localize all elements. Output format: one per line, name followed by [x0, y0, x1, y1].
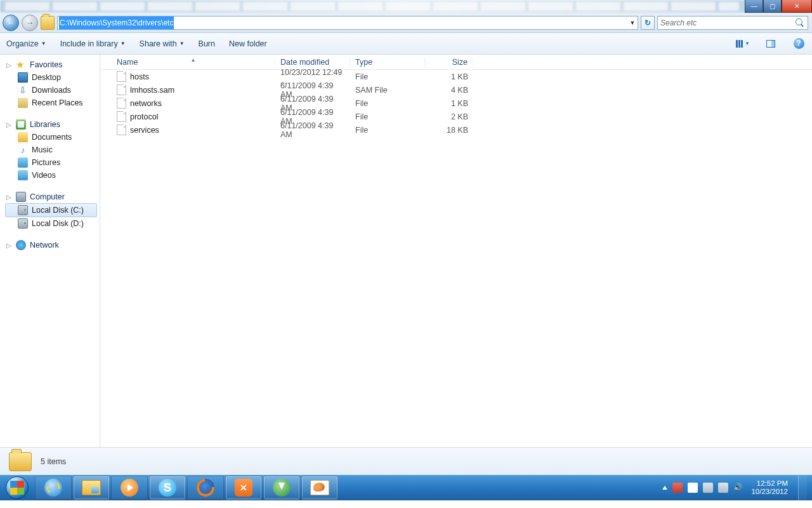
taskbar-app-paint[interactable] — [301, 476, 338, 500]
system-tray: 🔊 12:52 PM 10/23/2012 — [656, 475, 812, 500]
organize-menu[interactable]: Organize▼ — [6, 39, 46, 48]
start-button[interactable] — [0, 475, 34, 500]
window-minimize-button[interactable]: — — [745, 0, 763, 13]
file-icon — [117, 111, 126, 122]
file-name: services — [130, 126, 159, 135]
search-input[interactable]: Search etc — [657, 16, 808, 30]
tray-date: 10/23/2012 — [751, 488, 788, 496]
taskbar-app-ie[interactable] — [35, 476, 72, 500]
show-desktop-button[interactable] — [798, 476, 807, 500]
sidebar-item-pictures[interactable]: Pictures — [5, 156, 100, 169]
ie-icon — [44, 479, 62, 497]
search-icon[interactable] — [795, 18, 805, 28]
burn-button[interactable]: Burn — [199, 39, 215, 48]
search-placeholder: Search etc — [660, 18, 697, 27]
file-date: 6/11/2009 4:39 AM — [275, 121, 350, 139]
column-header-name[interactable]: Name▲ — [112, 58, 275, 67]
file-list-pane: Name▲ Date modified Type Size hosts10/23… — [100, 55, 812, 447]
share-with-menu[interactable]: Share with▼ — [140, 39, 185, 48]
column-header-size[interactable]: Size — [425, 58, 473, 67]
file-type: SAM File — [350, 86, 425, 95]
sidebar-item-recent-places[interactable]: Recent Places — [5, 97, 100, 109]
help-button[interactable]: ? — [792, 37, 806, 50]
sidebar-item-documents[interactable]: Documents — [5, 131, 100, 144]
include-in-library-menu[interactable]: Include in library▼ — [60, 39, 126, 48]
tray-power-icon[interactable] — [703, 483, 713, 493]
nav-forward-button[interactable]: → — [22, 15, 38, 31]
command-toolbar: Organize▼ Include in library▼ Share with… — [0, 33, 812, 55]
taskbar-app-idm[interactable] — [263, 476, 300, 500]
tray-volume-icon[interactable]: 🔊 — [733, 483, 743, 493]
file-name: protocol — [130, 112, 158, 121]
file-row[interactable]: hosts10/23/2012 12:49 ...File1 KB — [100, 70, 812, 83]
xampp-icon: ✕ — [235, 479, 252, 497]
sidebar-network-header[interactable]: ▷Network — [5, 239, 100, 251]
file-type: File — [350, 112, 425, 121]
skype-icon: S — [159, 479, 176, 497]
tray-network-icon[interactable] — [718, 483, 728, 493]
item-count-text: 5 items — [41, 457, 66, 466]
browser-tab-strip — [0, 0, 812, 13]
file-type: File — [350, 72, 425, 81]
details-pane: 5 items — [0, 447, 812, 475]
file-size: 1 KB — [425, 72, 473, 81]
idm-icon — [273, 479, 291, 497]
file-row[interactable]: networks6/11/2009 4:39 AMFile1 KB — [100, 97, 812, 110]
details-folder-icon — [9, 452, 32, 471]
address-input[interactable]: C:\Windows\System32\drivers\etc ▼ — [57, 16, 638, 30]
taskbar: S ✕ 🔊 12:52 PM 10/23/2012 — [0, 475, 812, 500]
paint-icon — [310, 480, 329, 495]
file-size: 4 KB — [425, 86, 473, 95]
tray-flag-icon[interactable] — [672, 483, 683, 493]
preview-pane-button[interactable] — [764, 37, 778, 50]
file-size: 1 KB — [425, 99, 473, 108]
taskbar-app-wmp[interactable] — [111, 476, 148, 500]
file-type: File — [350, 126, 425, 135]
file-name: lmhosts.sam — [130, 86, 174, 95]
file-icon — [117, 124, 126, 135]
address-path-text: C:\Windows\System32\drivers\etc — [59, 17, 174, 29]
taskbar-app-firefox[interactable] — [187, 476, 224, 500]
taskbar-app-skype[interactable]: S — [149, 476, 186, 500]
file-row[interactable]: lmhosts.sam6/11/2009 4:39 AMSAM File4 KB — [100, 83, 812, 97]
change-view-button[interactable]: ▼ — [736, 37, 750, 50]
column-header-date[interactable]: Date modified — [275, 58, 350, 67]
file-size: 18 KB — [425, 126, 473, 135]
tray-time: 12:52 PM — [751, 479, 788, 488]
taskbar-app-explorer[interactable] — [73, 476, 110, 500]
sidebar-item-drive-d[interactable]: Local Disk (D:) — [5, 217, 100, 230]
window-close-button[interactable]: ✕ — [782, 0, 812, 13]
tray-show-hidden-icons[interactable] — [662, 486, 667, 490]
file-icon — [117, 71, 126, 82]
new-folder-button[interactable]: New folder — [229, 39, 267, 48]
file-name: networks — [130, 99, 162, 108]
file-name: hosts — [130, 72, 149, 81]
nav-back-button[interactable]: ← — [3, 15, 19, 31]
window-maximize-button[interactable]: ▢ — [763, 0, 782, 13]
sidebar-item-videos[interactable]: Videos — [5, 169, 100, 182]
sidebar-item-music[interactable]: ♪Music — [5, 144, 100, 156]
sidebar-item-drive-c[interactable]: Local Disk (C:) — [5, 203, 97, 217]
address-folder-icon — [41, 16, 55, 30]
sidebar-item-downloads[interactable]: ⇩Downloads — [5, 84, 100, 97]
column-header-type[interactable]: Type — [350, 58, 425, 67]
sidebar-item-desktop[interactable]: Desktop — [5, 71, 100, 84]
refresh-button[interactable]: ↻ — [641, 16, 655, 30]
tray-clock[interactable]: 12:52 PM 10/23/2012 — [749, 479, 790, 496]
address-bar-row: ← → C:\Windows\System32\drivers\etc ▼ ↻ … — [0, 13, 812, 33]
file-icon — [117, 98, 126, 109]
firefox-icon — [197, 479, 214, 497]
sidebar-computer-header[interactable]: ▷Computer — [5, 190, 100, 203]
file-size: 2 KB — [425, 112, 473, 121]
file-row[interactable]: services6/11/2009 4:39 AMFile18 KB — [100, 123, 812, 137]
file-type: File — [350, 99, 425, 108]
tray-action-center-icon[interactable] — [688, 483, 698, 493]
file-row[interactable]: protocol6/11/2009 4:39 AMFile2 KB — [100, 110, 812, 123]
explorer-icon — [82, 480, 101, 495]
column-headers: Name▲ Date modified Type Size — [100, 55, 812, 70]
taskbar-app-xampp[interactable]: ✕ — [225, 476, 262, 500]
windows-orb-icon — [6, 476, 29, 499]
address-history-dropdown[interactable]: ▼ — [627, 20, 638, 26]
sidebar-favorites-header[interactable]: ▷★Favorites — [5, 58, 100, 71]
sidebar-libraries-header[interactable]: ▷Libraries — [5, 118, 100, 131]
